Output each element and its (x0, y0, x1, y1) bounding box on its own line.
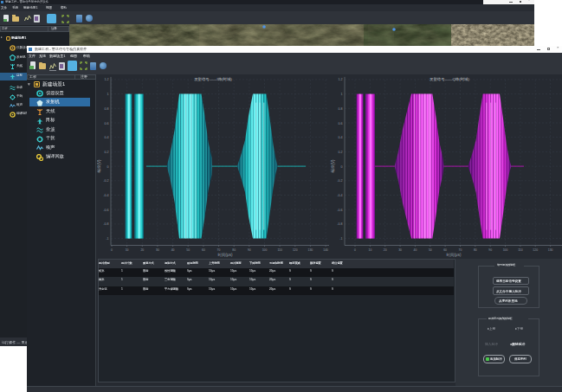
svg-text:0.6: 0.6 (105, 122, 109, 125)
svg-text:0.8: 0.8 (105, 107, 109, 111)
svg-text:60: 60 (202, 248, 205, 252)
svg-text:0: 0 (354, 248, 356, 252)
svg-text:60: 60 (443, 248, 447, 252)
svg-text:110: 110 (277, 248, 282, 252)
svg-text:70: 70 (217, 248, 221, 252)
svg-text:40: 40 (414, 248, 417, 252)
svg-text:130: 130 (308, 248, 313, 252)
svg-text:-0.2: -0.2 (337, 179, 342, 183)
svg-text:-0.2: -0.2 (103, 179, 108, 183)
svg-text:30: 30 (398, 248, 402, 252)
svg-text:1: 1 (107, 93, 109, 96)
svg-text:1.2: 1.2 (339, 78, 343, 81)
svg-text:90: 90 (488, 248, 492, 252)
svg-text:140: 140 (323, 248, 328, 252)
svg-text:发射信号——Q路(时域): 发射信号——Q路(时域) (430, 77, 469, 81)
svg-text:0.8: 0.8 (339, 107, 343, 111)
svg-text:10: 10 (126, 248, 129, 252)
svg-text:100: 100 (262, 248, 268, 252)
svg-text:-1: -1 (106, 237, 108, 241)
svg-text:-0.4: -0.4 (337, 194, 342, 197)
svg-text:0: 0 (111, 248, 113, 252)
svg-text:120: 120 (533, 248, 538, 252)
svg-text:120: 120 (293, 248, 298, 252)
svg-text:0.2: 0.2 (105, 151, 109, 154)
svg-text:10: 10 (369, 248, 372, 252)
svg-text:130: 130 (548, 248, 553, 252)
svg-text:1: 1 (341, 93, 343, 96)
svg-text:发射信号——I路(时域): 发射信号——I路(时域) (194, 77, 232, 81)
svg-text:幅度(V): 幅度(V) (97, 159, 101, 173)
svg-text:80: 80 (474, 248, 477, 252)
svg-text:80: 80 (232, 248, 236, 252)
svg-text:时间(μs): 时间(μs) (218, 253, 233, 258)
svg-text:-0.6: -0.6 (103, 209, 108, 212)
svg-text:110: 110 (518, 248, 523, 252)
svg-text:-0.8: -0.8 (337, 222, 342, 226)
svg-text:30: 30 (156, 248, 159, 252)
svg-text:时间(μs): 时间(μs) (447, 253, 462, 258)
svg-text:20: 20 (384, 248, 387, 252)
svg-text:-0.8: -0.8 (103, 222, 108, 226)
svg-text:0: 0 (107, 165, 109, 169)
svg-text:20: 20 (140, 248, 144, 252)
svg-text:90: 90 (248, 248, 251, 252)
svg-text:0.4: 0.4 (339, 136, 343, 139)
svg-text:1.2: 1.2 (105, 78, 109, 81)
svg-text:40: 40 (171, 248, 175, 252)
svg-text:0.6: 0.6 (339, 122, 343, 125)
svg-text:0.2: 0.2 (339, 151, 343, 154)
svg-text:0: 0 (341, 165, 343, 169)
svg-text:100: 100 (503, 248, 508, 252)
svg-text:幅度(V): 幅度(V) (330, 159, 335, 173)
svg-text:-0.4: -0.4 (103, 194, 108, 197)
svg-text:-1: -1 (339, 237, 342, 241)
svg-text:50: 50 (186, 248, 190, 252)
svg-text:0.4: 0.4 (105, 136, 109, 139)
svg-text:-0.6: -0.6 (337, 209, 342, 212)
svg-text:50: 50 (429, 248, 432, 252)
svg-text:70: 70 (459, 248, 462, 252)
